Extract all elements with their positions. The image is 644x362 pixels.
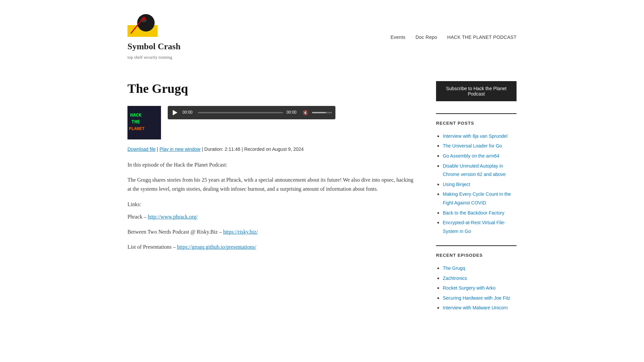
list-item: Interview with Ilja van Sprundel [443, 132, 517, 140]
list-item: Securing Hardware with Joe Fitz [443, 294, 517, 302]
recent-post-link-6[interactable]: Back to the Backdoor Factory [443, 210, 504, 216]
recent-episode-link-0[interactable]: The Grugq [443, 265, 465, 271]
list-item: Using Binject [443, 180, 517, 189]
list-item: The Grugq [443, 264, 517, 273]
links-label: Links: [127, 200, 416, 209]
recent-episode-link-4[interactable]: Interview with Malware Unicorn [443, 305, 508, 310]
post-thumbnail: HACK THE PLANET [127, 106, 161, 139]
list-item: The Universal Loader for Go [443, 141, 517, 150]
recent-posts-list: Interview with Ilja van Sprundel The Uni… [436, 132, 517, 236]
site-title-link[interactable]: Symbol Crash [127, 40, 180, 54]
volume-bar[interactable] [312, 112, 332, 113]
nav-events[interactable]: Events [390, 34, 405, 41]
recent-episode-link-1[interactable]: Zachtronics [443, 276, 467, 281]
recent-episodes-title: RECENT EPISODES [436, 252, 517, 259]
meta-separator-3: | [241, 146, 244, 152]
play-new-window-link[interactable]: Play in new window [159, 146, 200, 152]
post-link3-wrap: List of Presentations – https://grugq.gi… [127, 242, 416, 251]
list-item: Go Assembly on the arm64 [443, 152, 517, 160]
post-description: The Grugq shares stories from his 25 yea… [127, 175, 416, 193]
sidebar: Subscribe to Hack the Planet Podcast REC… [436, 81, 517, 322]
post-link3[interactable]: https://grugq.github.io/presentations/ [177, 244, 256, 250]
list-item: Interview with Malware Unicorn [443, 303, 517, 312]
site-header: Symbol Crash top shelf security training… [127, 7, 517, 74]
site-branding: Symbol Crash top shelf security training [127, 13, 180, 61]
list-item: Back to the Backdoor Factory [443, 208, 517, 217]
recent-post-link-3[interactable]: Disable Unmuted Autoplay in Chrome versi… [443, 163, 506, 177]
post-link1[interactable]: http://www.phrack.org/ [148, 214, 198, 220]
recent-post-link-7[interactable]: Encrypted-at-Rest Virtual File-System in… [443, 220, 505, 234]
post-link2-wrap: Between Two Nerds Podcast @ Risky.Biz – … [127, 227, 416, 236]
main-content: The Grugq HACK THE PLANET [127, 81, 416, 257]
recent-episode-link-3[interactable]: Securing Hardware with Joe Fitz [443, 295, 511, 301]
svg-text:HACK: HACK [130, 112, 142, 118]
recent-post-link-2[interactable]: Go Assembly on the arm64 [443, 153, 499, 159]
download-file-link[interactable]: Download file [127, 146, 156, 152]
meta-duration: Duration: 2:11:48 [204, 146, 240, 152]
audio-current-time: 00:00 [182, 109, 195, 116]
meta-separator-2: | [202, 146, 205, 152]
nav-doc-repo[interactable]: Doc Repo [416, 34, 437, 41]
list-item: Zachtronics [443, 274, 517, 283]
mute-icon: 🔇 [303, 110, 308, 115]
site-logo [127, 13, 158, 37]
audio-player-wrap: 00:00 00:00 🔇 [168, 106, 416, 119]
post-meta-links: Download file | Play in new window | Dur… [127, 145, 416, 153]
recent-episodes-divider [436, 245, 517, 246]
subscribe-button[interactable]: Subscribe to Hack the Planet Podcast [436, 81, 517, 101]
post-link1-label: Phrack – [127, 214, 146, 220]
list-item: Making Every Cycle Count in the Fight Ag… [443, 190, 517, 207]
play-button[interactable] [171, 109, 179, 117]
post-link2[interactable]: https://risky.biz/ [223, 229, 258, 235]
audio-player: 00:00 00:00 🔇 [168, 106, 335, 119]
post-link3-label: List of Presentations – [127, 244, 176, 250]
post-body: In this episode of the Hack the Planet P… [127, 160, 416, 251]
meta-recorded: Recorded on August 9, 2024 [244, 146, 304, 152]
site-tagline: top shelf security training [127, 54, 180, 61]
play-icon [173, 110, 177, 115]
volume-bar-fill [312, 112, 326, 113]
list-item: Encrypted-at-Rest Virtual File-System in… [443, 218, 517, 235]
content-area: The Grugq HACK THE PLANET [127, 74, 517, 322]
nav-podcast[interactable]: HACK THE PLANET PODCAST [447, 34, 517, 41]
site-nav: Events Doc Repo HACK THE PLANET PODCAST [390, 34, 517, 41]
post-link1-wrap: Phrack – http://www.phrack.org/ [127, 212, 416, 221]
audio-progress-bar[interactable] [198, 112, 283, 113]
recent-post-link-5[interactable]: Making Every Cycle Count in the Fight Ag… [443, 191, 511, 205]
post-link2-label: Between Two Nerds Podcast @ Risky.Biz – [127, 229, 222, 235]
svg-text:THE: THE [131, 119, 140, 124]
mute-button[interactable]: 🔇 [302, 109, 309, 116]
thumbnail-image: HACK THE PLANET [127, 106, 161, 139]
site-title: Symbol Crash [127, 42, 180, 51]
svg-text:PLANET: PLANET [129, 126, 145, 131]
recent-episodes-list: The Grugq Zachtronics Rocket Surgery wit… [436, 264, 517, 312]
post-intro: In this episode of the Hack the Planet P… [127, 160, 416, 169]
recent-post-link-0[interactable]: Interview with Ilja van Sprundel [443, 133, 507, 139]
recent-episode-link-2[interactable]: Rocket Surgery with Arko [443, 285, 495, 291]
recent-posts-divider [436, 113, 517, 114]
list-item: Disable Unmuted Autoplay in Chrome versi… [443, 162, 517, 179]
post-title: The Grugq [127, 81, 416, 97]
site-logo-link[interactable] [127, 13, 180, 40]
recent-post-link-1[interactable]: The Universal Loader for Go [443, 143, 502, 148]
audio-total-time: 00:00 [286, 109, 299, 116]
list-item: Rocket Surgery with Arko [443, 284, 517, 292]
recent-post-link-4[interactable]: Using Binject [443, 182, 470, 187]
recent-posts-title: RECENT POSTS [436, 120, 517, 127]
post-links-section: Links: Phrack – http://www.phrack.org/ B… [127, 200, 416, 252]
post-media: HACK THE PLANET 00:00 [127, 106, 416, 139]
